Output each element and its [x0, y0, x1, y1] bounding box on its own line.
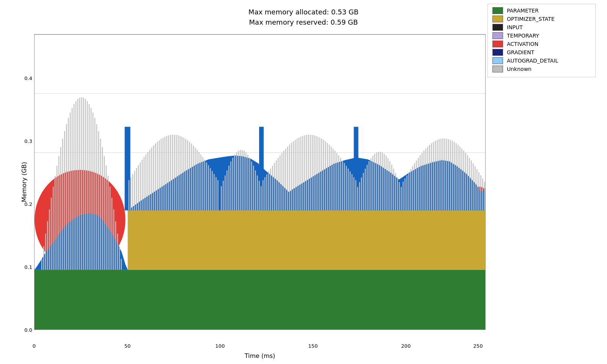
xtick-200: 200	[401, 343, 411, 349]
svg-rect-86	[153, 146, 154, 210]
svg-rect-175	[410, 169, 411, 210]
svg-rect-182	[423, 151, 424, 210]
svg-rect-228	[245, 152, 246, 210]
xtick-0: 0	[33, 343, 36, 349]
svg-rect-59	[102, 147, 103, 270]
svg-rect-83	[147, 152, 148, 210]
svg-rect-251	[384, 154, 384, 210]
ytick-01: 0.1	[15, 264, 32, 270]
svg-rect-170	[355, 180, 356, 210]
svg-rect-206	[469, 158, 470, 210]
svg-rect-254	[389, 161, 390, 210]
svg-rect-242	[367, 165, 368, 210]
svg-rect-81	[144, 157, 145, 210]
svg-rect-150	[318, 136, 318, 210]
svg-rect-192	[442, 138, 443, 210]
svg-rect-113	[204, 160, 205, 210]
legend-color-parameter	[492, 7, 503, 14]
svg-rect-40	[66, 124, 67, 270]
legend-item-autograd: AUTOGRAD_DETAIL	[492, 57, 591, 64]
svg-rect-47	[79, 98, 80, 270]
svg-rect-203	[463, 151, 464, 210]
svg-rect-160	[337, 153, 337, 210]
svg-rect-161	[338, 155, 339, 210]
svg-rect-243	[369, 161, 370, 210]
svg-rect-46	[77, 99, 78, 270]
svg-rect-87	[155, 144, 156, 210]
svg-rect-224	[238, 151, 239, 210]
svg-rect-118	[214, 174, 214, 210]
svg-rect-119	[215, 177, 216, 210]
svg-rect-257	[395, 173, 396, 210]
svg-rect-229	[247, 155, 248, 210]
svg-rect-258	[397, 177, 398, 210]
svg-rect-199	[456, 143, 456, 210]
svg-rect-129	[278, 158, 278, 210]
svg-rect-100	[179, 136, 180, 210]
chart-area	[34, 34, 486, 330]
svg-rect-204	[465, 153, 466, 210]
svg-rect-145	[308, 135, 309, 210]
svg-rect-28	[43, 246, 44, 270]
svg-rect-122	[264, 177, 265, 210]
svg-rect-37	[60, 147, 61, 270]
svg-rect-52	[89, 104, 90, 270]
svg-rect-185	[429, 145, 430, 210]
svg-rect-127	[274, 163, 275, 210]
svg-rect-216	[223, 181, 223, 210]
svg-rect-63	[110, 187, 110, 270]
svg-rect-89	[159, 140, 159, 210]
svg-rect-165	[346, 166, 347, 210]
svg-rect-78	[138, 165, 139, 210]
svg-rect-218	[226, 170, 227, 210]
svg-rect-180	[420, 155, 420, 210]
svg-rect-92	[164, 137, 165, 210]
svg-rect-53	[91, 108, 91, 270]
svg-rect-225	[240, 150, 241, 210]
svg-rect-50	[85, 99, 86, 270]
svg-rect-179	[418, 158, 418, 210]
svg-rect-248	[378, 152, 379, 210]
svg-rect-90	[160, 139, 161, 210]
svg-rect-134	[287, 146, 288, 210]
svg-rect-235	[259, 181, 259, 210]
svg-rect-139	[297, 139, 297, 210]
svg-rect-34	[55, 176, 55, 270]
legend-item-parameter: PARAMETER	[492, 7, 591, 14]
legend-color-unknown	[492, 66, 503, 72]
chart-container: Max memory allocated: 0.53 GB Max memory…	[0, 0, 607, 364]
svg-rect-88	[157, 142, 157, 210]
unknown-spikes-svg	[35, 35, 485, 329]
svg-rect-36	[58, 156, 59, 270]
legend-item-activation: ACTIVATION	[492, 41, 591, 47]
svg-rect-96	[172, 135, 173, 210]
svg-rect-252	[385, 156, 386, 210]
svg-rect-187	[433, 142, 434, 210]
svg-rect-31	[49, 209, 50, 270]
legend-item-input: INPUT	[492, 24, 591, 31]
svg-rect-55	[94, 118, 95, 270]
svg-rect-169	[354, 177, 354, 210]
svg-rect-138	[295, 140, 296, 210]
svg-rect-60	[104, 156, 105, 270]
svg-rect-233	[255, 170, 256, 210]
svg-rect-140	[299, 138, 299, 210]
svg-rect-214	[484, 182, 485, 210]
svg-rect-255	[391, 165, 392, 210]
svg-rect-68	[119, 246, 120, 270]
svg-rect-210	[476, 169, 477, 210]
svg-rect-201	[459, 147, 460, 210]
svg-rect-232	[253, 166, 254, 210]
svg-rect-94	[168, 135, 169, 210]
svg-rect-220	[230, 162, 231, 210]
svg-rect-163	[342, 160, 343, 210]
svg-rect-155	[327, 143, 328, 210]
svg-rect-93	[166, 136, 167, 210]
svg-rect-238	[359, 182, 360, 210]
svg-rect-217	[225, 176, 225, 210]
svg-rect-176	[412, 166, 413, 210]
svg-rect-73	[129, 180, 129, 210]
svg-rect-66	[115, 221, 116, 270]
svg-rect-112	[202, 157, 203, 210]
svg-rect-153	[323, 140, 324, 210]
